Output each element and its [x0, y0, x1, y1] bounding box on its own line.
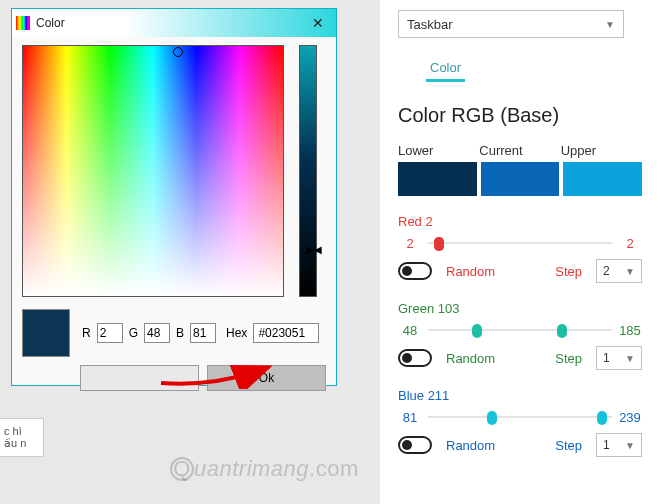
red-high: 2 [618, 236, 642, 251]
blue-step-input[interactable]: 1▼ [596, 433, 642, 457]
settings-panel: Taskbar ▼ Color Color RGB (Base) Lower C… [380, 0, 660, 504]
random-label: Random [446, 264, 495, 279]
b-label: B [174, 326, 186, 340]
upper-label: Upper [561, 143, 642, 158]
random-label: Random [446, 351, 495, 366]
section-title: Color RGB (Base) [398, 104, 642, 127]
red-header: Red 2 [398, 214, 642, 229]
chevron-down-icon: ▼ [625, 440, 635, 451]
selected-color-swatch [22, 309, 70, 357]
step-label: Step [555, 264, 582, 279]
swatch-current[interactable] [481, 162, 560, 196]
green-random-toggle[interactable] [398, 349, 432, 367]
hue-icon [16, 16, 30, 30]
swatch-upper[interactable] [563, 162, 642, 196]
blue-thumb-high[interactable] [597, 411, 607, 425]
chevron-down-icon: ▼ [625, 266, 635, 277]
green-step-input[interactable]: 1▼ [596, 346, 642, 370]
green-low: 48 [398, 323, 422, 338]
value-strip[interactable] [299, 45, 317, 297]
red-thumb-high[interactable] [434, 237, 444, 251]
dialog-title: Color [36, 16, 306, 30]
hex-input[interactable] [253, 323, 319, 343]
chevron-down-icon: ▼ [605, 19, 615, 30]
tab-color[interactable]: Color [426, 60, 465, 82]
r-input[interactable] [97, 323, 123, 343]
target-combo[interactable]: Taskbar ▼ [398, 10, 624, 38]
color-dialog: Color ✕ ▶◀ R G B Hex Ok [11, 8, 337, 386]
blue-low: 81 [398, 410, 422, 425]
green-header: Green 103 [398, 301, 642, 316]
r-label: R [80, 326, 93, 340]
green-thumb-low[interactable] [472, 324, 482, 338]
step-label: Step [555, 438, 582, 453]
ok-button[interactable]: Ok [207, 365, 326, 391]
swatch-lower[interactable] [398, 162, 477, 196]
value-handle-icon[interactable]: ▶◀ [306, 245, 322, 255]
close-icon[interactable]: ✕ [306, 15, 330, 31]
current-label: Current [479, 143, 560, 158]
g-input[interactable] [144, 323, 170, 343]
random-label: Random [446, 438, 495, 453]
hex-label: Hex [224, 326, 249, 340]
blue-random-toggle[interactable] [398, 436, 432, 454]
blue-thumb-low[interactable] [487, 411, 497, 425]
red-step-input[interactable]: 2▼ [596, 259, 642, 283]
lower-label: Lower [398, 143, 479, 158]
combo-value: Taskbar [407, 17, 453, 32]
b-input[interactable] [190, 323, 216, 343]
cancel-button[interactable] [80, 365, 199, 391]
step-label: Step [555, 351, 582, 366]
green-thumb-high[interactable] [557, 324, 567, 338]
blue-header: Blue 211 [398, 388, 642, 403]
green-slider[interactable] [428, 322, 612, 338]
titlebar[interactable]: Color ✕ [12, 9, 336, 37]
green-high: 185 [618, 323, 642, 338]
color-cursor[interactable] [173, 47, 183, 57]
red-low: 2 [398, 236, 422, 251]
blue-slider[interactable] [428, 409, 612, 425]
hue-saturation-area[interactable] [22, 45, 284, 297]
red-slider[interactable] [428, 235, 612, 251]
g-label: G [127, 326, 140, 340]
chevron-down-icon: ▼ [625, 353, 635, 364]
background-fragment: c hì ấu n [0, 418, 44, 457]
red-random-toggle[interactable] [398, 262, 432, 280]
watermark: Quantrimang.com [170, 456, 359, 482]
blue-high: 239 [618, 410, 642, 425]
